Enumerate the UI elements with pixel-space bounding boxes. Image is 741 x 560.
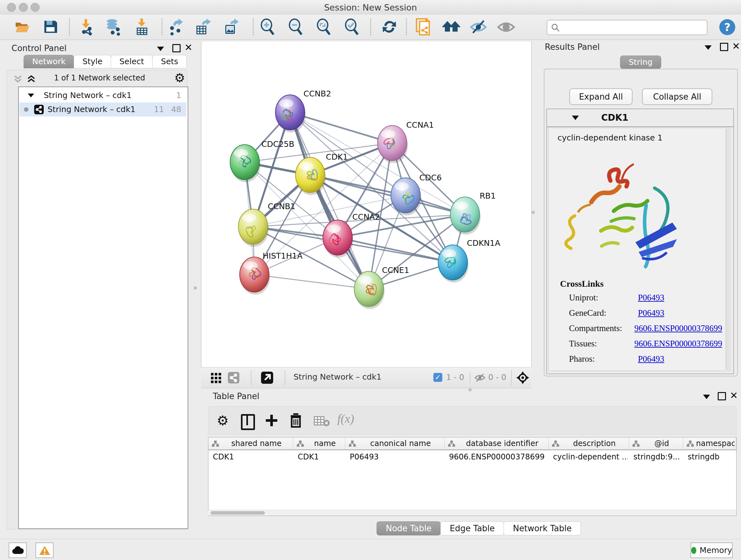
table-settings-gear-icon[interactable]: ⚙	[217, 413, 229, 428]
tab-network[interactable]: Network	[23, 55, 74, 68]
node-CDC6[interactable]: CDC6	[391, 173, 442, 215]
table-cell[interactable]: stringdb	[688, 450, 735, 463]
graphics-details-icon[interactable]	[496, 17, 516, 37]
zoom-selected-icon[interactable]	[342, 17, 361, 37]
open-session-icon[interactable]	[13, 17, 32, 37]
control-panel-menu-icon[interactable]	[157, 47, 164, 51]
column-header-shared-name[interactable]: shared name	[208, 437, 293, 450]
node-HIST1H1A[interactable]: HIST1H1A	[240, 251, 302, 295]
add-column-icon[interactable]	[265, 414, 279, 428]
network-collection-row[interactable]: String Network – cdk1 1	[19, 88, 186, 103]
table-panel-menu-icon[interactable]	[703, 395, 710, 399]
gene-section-header[interactable]: CDK1	[547, 109, 733, 127]
crosslink-link[interactable]: P06493	[638, 293, 664, 303]
crosslink-link[interactable]: P06493	[638, 354, 664, 364]
table-cell[interactable]: CDK1	[298, 450, 344, 463]
tab-edge-table[interactable]: Edge Table	[441, 521, 504, 536]
zoom-out-icon[interactable]	[286, 17, 305, 37]
hidden-eye-icon[interactable]	[474, 373, 486, 383]
string-document-icon[interactable]	[414, 17, 433, 37]
refresh-view-icon[interactable]	[380, 17, 399, 37]
results-panel-close-icon[interactable]: ✕	[732, 42, 740, 51]
results-panel-float-icon[interactable]	[720, 43, 728, 51]
table-cell[interactable]: P06493	[350, 450, 443, 463]
export-network-icon[interactable]	[166, 17, 185, 37]
network-label: String Network – cdk1	[48, 103, 135, 117]
crosslink-link[interactable]: P06493	[638, 308, 664, 318]
help-button[interactable]: ?	[719, 19, 735, 35]
results-panel-menu-icon[interactable]	[704, 45, 712, 50]
expand-all-chevron-icon[interactable]	[25, 75, 38, 84]
crosslink-link[interactable]: 9606.ENSP00000378699	[634, 323, 722, 333]
tab-select[interactable]: Select	[111, 55, 152, 68]
column-header-name[interactable]: name	[293, 437, 345, 450]
show-columns-icon[interactable]	[241, 414, 255, 430]
column-type-icon	[448, 440, 455, 448]
node-RB1[interactable]: RB1	[450, 191, 495, 235]
zoom-fit-icon[interactable]	[314, 17, 333, 37]
delete-table-icon[interactable]	[314, 415, 330, 427]
warning-button[interactable]	[36, 543, 54, 558]
import-network-file-icon[interactable]	[77, 17, 96, 37]
network-row[interactable]: String Network – cdk1 11 48	[19, 103, 186, 117]
control-panel-float-icon[interactable]	[172, 44, 181, 52]
cloud-button[interactable]	[9, 543, 27, 558]
function-builder-icon[interactable]: f(x)	[337, 412, 354, 426]
edge-CCNB2-CCNE1[interactable]	[290, 112, 369, 289]
memory-button[interactable]: Memory	[690, 543, 733, 558]
search-input[interactable]	[562, 21, 704, 33]
network-canvas[interactable]: CCNB2CCNA1CDC25BCDK1CDC6RB1CCNB1CCNA2CDK…	[201, 42, 532, 367]
control-panel-close-icon[interactable]: ✕	[185, 44, 192, 52]
node-label-CCNE1: CCNE1	[382, 266, 409, 275]
table-cell[interactable]: cyclin-dependent ...	[553, 450, 628, 463]
table-cell[interactable]: stringdb:9...	[633, 450, 682, 463]
results-scrollbar[interactable]	[726, 129, 729, 370]
column-header-database-identifier[interactable]: database identifier	[445, 437, 549, 450]
selected-checkbox-icon[interactable]: ✓	[433, 373, 442, 382]
gene-details: cyclin-dependent kinase 1 CrossLinks Uni…	[548, 128, 730, 371]
column-header-@id[interactable]: @id	[629, 437, 683, 450]
string-home-icon[interactable]	[442, 17, 461, 37]
hide-unhide-icon[interactable]	[469, 17, 488, 37]
expand-all-button[interactable]: Expand All	[569, 88, 632, 105]
gene-collapse-icon[interactable]	[572, 116, 579, 120]
column-header-label: @id	[642, 439, 682, 448]
collapse-all-button[interactable]: Collapse All	[642, 88, 712, 105]
export-image-icon[interactable]	[221, 17, 241, 37]
import-network-database-icon[interactable]	[104, 17, 123, 37]
import-table-file-icon[interactable]	[132, 17, 151, 37]
crosslink-link[interactable]: 9606.ENSP00000378699	[634, 339, 722, 349]
center-view-crosshair-icon[interactable]	[516, 371, 529, 384]
node-CCNB2[interactable]: CCNB2	[275, 89, 331, 132]
tab-string[interactable]: String	[620, 56, 661, 69]
column-header-namespac[interactable]: namespac	[683, 437, 736, 450]
save-session-icon[interactable]	[41, 17, 60, 37]
column-header-description[interactable]: description	[549, 437, 629, 450]
table-panel-close-icon[interactable]: ✕	[730, 391, 738, 400]
tab-node-table[interactable]: Node Table	[377, 521, 441, 536]
collection-expand-icon[interactable]	[28, 94, 34, 98]
edge-CCNE1-HIST1H1A[interactable]	[254, 274, 369, 289]
network-share-icon[interactable]	[228, 372, 239, 383]
tab-network-table[interactable]: Network Table	[503, 521, 581, 536]
tab-style[interactable]: Style	[74, 55, 111, 68]
node-CDK1[interactable]: CDK1	[295, 152, 348, 195]
node-CDKN1A[interactable]: CDKN1A	[438, 239, 500, 283]
zoom-in-icon[interactable]	[258, 17, 277, 37]
right-splitter-handle[interactable]	[532, 211, 535, 214]
tab-sets[interactable]: Sets	[152, 55, 187, 68]
column-header-canonical-name[interactable]: canonical name	[345, 437, 445, 450]
delete-column-icon[interactable]	[289, 413, 303, 428]
table-cell[interactable]: CDK1	[213, 450, 292, 463]
table-panel-float-icon[interactable]	[718, 392, 726, 400]
node-CCNE1[interactable]: CCNE1	[354, 266, 409, 309]
open-in-window-icon[interactable]	[261, 372, 273, 384]
left-splitter-handle[interactable]	[194, 287, 197, 290]
collapse-all-chevron-icon[interactable]	[12, 75, 25, 84]
table-hscrollbar[interactable]	[208, 510, 736, 516]
birds-eye-grid-icon[interactable]	[211, 373, 221, 383]
network-options-gear-icon[interactable]: ⚙	[174, 71, 185, 85]
table-cell[interactable]: 9606.ENSP00000378699	[449, 450, 547, 463]
export-table-icon[interactable]	[194, 17, 213, 37]
table-hscrollbar-thumb[interactable]	[211, 511, 265, 515]
